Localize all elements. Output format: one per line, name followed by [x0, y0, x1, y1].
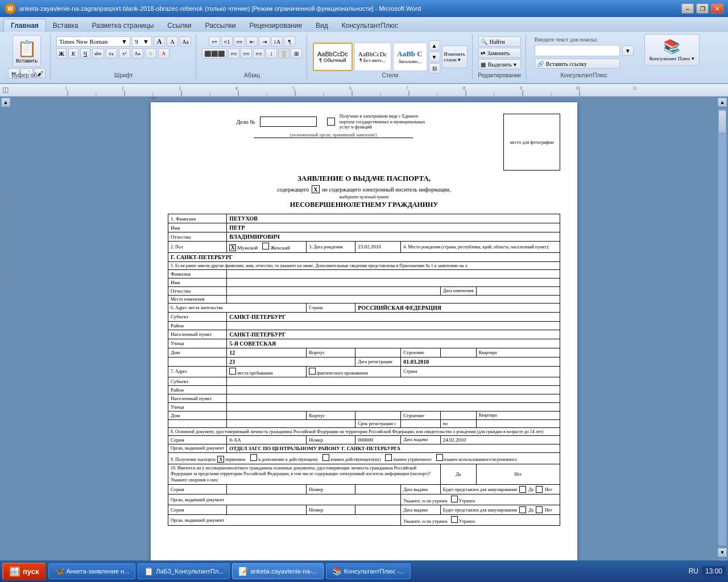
taskbar-item-3[interactable]: 📚 КонсультантПлюс -... [326, 563, 411, 579]
scroll-thumb[interactable] [718, 110, 726, 133]
tab-insert[interactable]: Вставка [46, 19, 85, 32]
street-label: Улица [168, 339, 227, 348]
annul10-net-checkbox[interactable] [536, 486, 543, 493]
superscript-button[interactable]: x² [119, 48, 130, 59]
decrease-indent-button[interactable]: ⇤ [246, 36, 258, 47]
style-normal[interactable]: AaBbCcDc ¶ Обычный [313, 43, 353, 71]
korpus-value [355, 348, 401, 357]
annul10b-net-checkbox[interactable] [536, 506, 543, 513]
restore-button[interactable]: ❐ [696, 3, 709, 14]
shrink-font-button[interactable]: A [167, 36, 178, 47]
line-spacing-button[interactable]: ↕ [266, 48, 277, 59]
ribbon: Главная Вставка Разметка страницы Ссылки… [0, 17, 728, 84]
italic-button[interactable]: К [68, 48, 78, 59]
svg-text:6: 6 [349, 86, 351, 91]
search-go-button[interactable]: ▼ [622, 45, 634, 56]
taskbar-item-1[interactable]: 📋 ЛаБ3_КонсультантПл... [138, 563, 230, 579]
ruler-icon[interactable]: ◫ [2, 86, 9, 94]
minimize-button[interactable]: – [681, 3, 694, 14]
justify-button[interactable]: ≡≡ [253, 48, 264, 59]
stroenie7-value [440, 411, 476, 419]
dop-checkbox[interactable] [250, 454, 257, 461]
search-input[interactable] [535, 45, 620, 56]
style-heading[interactable]: AaBb C Заголово... [393, 43, 427, 71]
font-size-dropdown[interactable]: 9 ▼ [132, 36, 152, 47]
color-button[interactable]: A [158, 48, 169, 59]
taskbar-item-2[interactable]: 📝 anketa-zayavlenie-na-... [232, 563, 323, 579]
form-table: 1. Фамилия ПЕТУХОВ Имя ПЕТР Отчество ВЛА… [168, 214, 560, 526]
bold-button[interactable]: Ж [56, 48, 67, 59]
insert-link-button[interactable]: 🔗Вставить ссылку [535, 59, 620, 69]
vzamen-used-checkbox[interactable] [436, 454, 443, 461]
tab-references[interactable]: Ссылки [160, 19, 198, 32]
tab-mailings[interactable]: Рассылки [198, 19, 243, 32]
case-button[interactable]: Аа [132, 48, 143, 59]
select-button[interactable]: ▦Выделить ▾ [478, 59, 521, 69]
scroll-track[interactable] [718, 109, 726, 546]
bullets-button[interactable]: ≡• [209, 36, 220, 47]
tab-layout[interactable]: Разметка страницы [85, 19, 160, 32]
scroll-up-button[interactable]: ▲ [718, 98, 727, 107]
close-button[interactable]: ✕ [711, 3, 723, 14]
start-button[interactable]: 🪟 пуск [2, 563, 46, 580]
numbering-button[interactable]: ≡1 [221, 36, 233, 47]
replace-button[interactable]: ⇄Заменить [478, 48, 521, 58]
styles-scroll-up[interactable]: ▲ [429, 40, 440, 51]
annul10b-da-checkbox[interactable] [519, 506, 526, 513]
show-marks-button[interactable]: ¶ [284, 36, 295, 47]
seria-label: Серия [168, 435, 227, 444]
nomer-value: 000000 [355, 435, 401, 444]
date10-value: Будет представлен для аннулирования Да Н… [440, 485, 560, 494]
style-no-spacing[interactable]: AaBbCcDc ¶ Без инте... [354, 43, 391, 71]
strikethrough-button[interactable]: abe [92, 48, 104, 59]
konsultant-main-button[interactable]: 📚 Консультант Плюс ▾ [644, 34, 700, 66]
country-label: Страна [307, 303, 355, 312]
addr7-stay-checkbox[interactable] [229, 368, 236, 375]
tab-view[interactable]: Вид [309, 19, 335, 32]
tab-review[interactable]: Рецензирование [242, 19, 309, 32]
vzamen-checkbox[interactable] [322, 454, 329, 461]
rayon7-label: Район [168, 385, 227, 394]
sreg7-to-value [476, 419, 560, 427]
paste-button[interactable]: 📋Вставить [13, 35, 41, 67]
shading-button[interactable]: ░ [278, 48, 289, 59]
pervichnoe-checkbox[interactable]: X [217, 456, 224, 463]
title2-checkbox[interactable]: X [312, 185, 320, 193]
multilevel-button[interactable]: ≡≡ [234, 36, 245, 47]
font-name-dropdown[interactable]: Times New Roman ▼ [56, 36, 130, 47]
prev-name-header: 5. Если ранее имели другие фамилию, имя,… [168, 261, 560, 269]
gender-male-checkbox[interactable]: X [229, 244, 236, 251]
sort-button[interactable]: ↕A [271, 36, 283, 47]
underline-button[interactable]: Ч [80, 48, 90, 59]
align-right-button[interactable]: ≡≡ [241, 48, 252, 59]
move-handle[interactable]: ✛ [151, 97, 156, 102]
clear-format-button[interactable]: Аа [180, 36, 191, 47]
tab-home[interactable]: Главная [3, 19, 46, 32]
increase-indent-button[interactable]: ⇥ [259, 36, 270, 47]
utrachn10b-checkbox[interactable] [451, 516, 458, 523]
scroll-up-button-left[interactable]: ▲ [1, 98, 10, 107]
firstname-label: Имя [168, 223, 227, 232]
vzamen-utrachn-checkbox[interactable] [385, 454, 392, 461]
addr7-fact-checkbox[interactable] [309, 368, 316, 375]
find-button[interactable]: 🔍Найти [478, 36, 521, 47]
align-left-button[interactable]: ⬛⬛⬛ [202, 48, 227, 59]
align-center-button[interactable]: ≡≡ [228, 48, 239, 59]
delo-input[interactable] [260, 117, 317, 127]
korpus7-label: Корпус [307, 411, 355, 419]
taskbar-item-0[interactable]: 🦋 Анкета-заявление н... [48, 563, 136, 579]
highlight-button[interactable]: A [145, 48, 156, 59]
scroll-down-button[interactable]: ▼ [718, 548, 727, 557]
document: ✛ Дело № Получено в электронном виде с Е… [151, 102, 577, 567]
tab-konsultant[interactable]: КонсультантПлюс [335, 19, 405, 32]
change-styles-button[interactable]: Изменитьстили ▾ [442, 45, 468, 68]
annul10-da-checkbox[interactable] [519, 486, 526, 493]
styles-scroll-down[interactable]: ▼ [429, 52, 440, 62]
subscript-button[interactable]: x₁ [106, 48, 117, 59]
utrachn10-checkbox[interactable] [451, 496, 458, 502]
styles-more[interactable]: ⊟ [429, 63, 440, 73]
borders-button[interactable]: ⊞ [291, 48, 302, 59]
gender-female-checkbox[interactable] [262, 243, 269, 250]
grow-font-button[interactable]: A [154, 36, 165, 47]
received-checkbox[interactable] [327, 118, 335, 126]
